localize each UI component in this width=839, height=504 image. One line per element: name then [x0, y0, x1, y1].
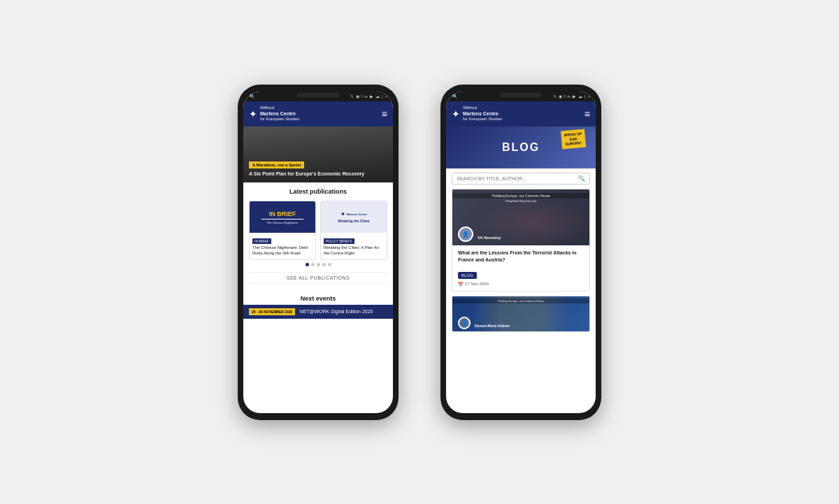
p2-divider: | — [585, 94, 586, 99]
blog-card-1-title: What are the Lessons From the Terrorist … — [458, 250, 584, 264]
date-text: 17 Nov 2020 — [465, 282, 489, 286]
phone1-logo[interactable]: ✦ Wilfried Martens Centre for European S… — [249, 106, 299, 123]
phone2-navbar: ✦ Wilfried Martens Centre for European S… — [446, 101, 596, 127]
dot-1[interactable] — [306, 263, 309, 266]
author-name-1: Vit Novotny — [478, 236, 501, 240]
hero-content[interactable]: A Marathon, not a Sprint A Six Point Pla… — [249, 157, 364, 177]
twitter-icon[interactable]: 𝕏 — [350, 94, 354, 99]
book-cover-1: IN BRIEF The Chinese Nightmare — [250, 201, 315, 233]
blog-date: 📅 17 Nov 2020 — [458, 282, 584, 287]
blog-hero: SPEAK UPFOREUROPE! BLOG — [446, 127, 596, 168]
phone2-social-icons: 𝕏 ◉ f in ▶ ☁ | × — [553, 94, 590, 99]
event-bar[interactable]: 25 - 26 NOVEMBER 2020 NET@WORK Digital E… — [243, 305, 393, 319]
linkedin-icon[interactable]: in — [364, 94, 368, 99]
blog-card2-tag-top: Thinking Europe, our Common House — [452, 298, 589, 303]
phone1-search-icon[interactable]: 🔍 — [249, 94, 255, 99]
hamburger-menu-icon[interactable]: ≡ — [382, 108, 387, 120]
p2-facebook-icon[interactable]: f — [564, 94, 566, 99]
blog-card-1[interactable]: Thinking Europe, our Common House #StayS… — [452, 189, 590, 291]
phone-1-screen: 🔍 𝕏 ◉ f in ▶ ☁ | × ✦ Wilfried — [243, 92, 393, 413]
search-input[interactable] — [457, 176, 578, 181]
hero-tag: A Marathon, not a Sprint — [249, 161, 304, 168]
phones-container: 🔍 𝕏 ◉ f in ▶ ☁ | × ✦ Wilfried — [238, 85, 601, 420]
blog-tag-badge[interactable]: BLOG — [458, 272, 477, 279]
pub-card-title-1: The Chinese Nightmare: Debt Risks Along … — [250, 245, 315, 259]
logo-text: Wilfried Martens Centre for European Stu… — [260, 106, 299, 123]
dot-3[interactable] — [317, 263, 320, 266]
instagram-icon[interactable]: ◉ — [356, 94, 359, 99]
publications-section: Latest publications IN BRIEF The Chinese… — [243, 182, 393, 292]
star-cover-icon: ✦ — [340, 211, 345, 217]
p2-close-icon[interactable]: × — [587, 94, 590, 99]
blog-card-1-img: Thinking Europe, our Common House #StayS… — [452, 189, 589, 245]
facebook-icon[interactable]: f — [361, 94, 363, 99]
p2-youtube-icon[interactable]: ▶ — [573, 94, 576, 99]
wmce-text: Martens Centre — [347, 213, 367, 216]
p2-soundcloud-icon[interactable]: ☁ — [578, 94, 582, 99]
p2-hamburger-menu-icon[interactable]: ≡ — [585, 108, 590, 120]
close-icon[interactable]: × — [385, 94, 387, 99]
pub-badge-2: POLICY BRIEFS — [324, 238, 354, 244]
event-date: 25 - 26 NOVEMBER 2020 — [249, 308, 295, 315]
phone1-topbar: 🔍 𝕏 ◉ f in ▶ ☁ | × — [243, 92, 393, 101]
blog-card-1-body: What are the Lessons From the Terrorist … — [452, 245, 589, 291]
cover2-title: Retaking the Cities — [338, 219, 369, 223]
pub-card-title-2: Retaking the Cities: A Plan for the Cent… — [321, 245, 387, 259]
speak-up-badge: SPEAK UPFOREUROPE! — [561, 129, 586, 149]
blog-hashtag: #StaySafe#StayInformed — [452, 199, 589, 203]
dot-2[interactable] — [311, 263, 315, 266]
pub-badge-1: IN BRIEF — [252, 238, 271, 244]
phone1-hero: A Marathon, not a Sprint A Six Point Pla… — [243, 127, 393, 182]
blog-card-tag-top: Thinking Europe, our Common House — [452, 193, 589, 199]
blog-page-title: BLOG — [502, 141, 540, 154]
book-subtitle: The Chinese Nightmare — [267, 221, 299, 224]
phone-2: 🔍 𝕏 ◉ f in ▶ ☁ | × ✦ Wilfried — [440, 85, 601, 420]
p2-logo-text: Wilfried Martens Centre for European Stu… — [463, 106, 502, 123]
author-avatar-2: 👤 — [458, 317, 471, 329]
divider-line — [261, 219, 303, 219]
phone2-search-icon[interactable]: 🔍 — [452, 94, 458, 99]
dot-5[interactable] — [328, 263, 331, 266]
blog-card-2[interactable]: Thinking Europe, our Common House 👤 Danu… — [452, 296, 590, 332]
author-name-2: Danuta Maria Hübner — [475, 324, 510, 328]
calendar-icon: 📅 — [458, 282, 463, 287]
phone-1: 🔍 𝕏 ◉ f in ▶ ☁ | × ✦ Wilfried — [238, 85, 399, 420]
phone2-topbar: 🔍 𝕏 ◉ f in ▶ ☁ | × — [446, 92, 596, 101]
star-logo-icon: ✦ — [249, 108, 257, 120]
soundcloud-icon[interactable]: ☁ — [375, 94, 380, 99]
divider: | — [382, 94, 383, 99]
p2-star-logo-icon: ✦ — [452, 108, 460, 120]
p2-instagram-icon[interactable]: ◉ — [559, 94, 562, 99]
see-all-publications[interactable]: SEE ALL PUBLICATIONS — [249, 272, 387, 284]
phone1-social-icons: 𝕏 ◉ f in ▶ ☁ | × — [350, 94, 387, 99]
search-bar[interactable]: 🔍 — [452, 173, 590, 185]
book-cover-2-inner: ✦ Martens Centre — [340, 211, 367, 217]
carousel-dots — [249, 260, 387, 269]
dot-4[interactable] — [322, 263, 326, 266]
youtube-icon[interactable]: ▶ — [370, 94, 373, 99]
blog-card-2-img: Thinking Europe, our Common House 👤 Danu… — [452, 296, 589, 331]
publication-cards: IN BRIEF The Chinese Nightmare IN BRIEF … — [249, 201, 387, 260]
event-name: NET@WORK Digital Edition 2020 — [299, 309, 373, 314]
next-events-title: Next events — [243, 292, 393, 305]
pub-card-1-img: IN BRIEF The Chinese Nightmare — [250, 201, 315, 233]
pub-card-2-img: ✦ Martens Centre Retaking the Cities — [321, 201, 387, 233]
publications-title: Latest publications — [249, 188, 387, 195]
phone1-navbar: ✦ Wilfried Martens Centre for European S… — [243, 101, 393, 127]
phone2-logo[interactable]: ✦ Wilfried Martens Centre for European S… — [452, 106, 502, 123]
hero-title: A Six Point Plan for Europe's Economic R… — [249, 171, 364, 177]
p2-linkedin-icon[interactable]: in — [567, 94, 571, 99]
phone-2-screen: 🔍 𝕏 ◉ f in ▶ ☁ | × ✦ Wilfried — [446, 92, 596, 413]
pub-card-1[interactable]: IN BRIEF The Chinese Nightmare IN BRIEF … — [249, 201, 316, 260]
pub-card-2[interactable]: ✦ Martens Centre Retaking the Cities POL… — [320, 201, 387, 260]
book-cover-2: ✦ Martens Centre Retaking the Cities — [321, 201, 387, 233]
in-brief-label: IN BRIEF — [269, 210, 296, 217]
hero-background: A Marathon, not a Sprint A Six Point Pla… — [243, 127, 393, 182]
search-submit-icon[interactable]: 🔍 — [578, 175, 585, 182]
p2-twitter-icon[interactable]: 𝕏 — [553, 94, 557, 99]
